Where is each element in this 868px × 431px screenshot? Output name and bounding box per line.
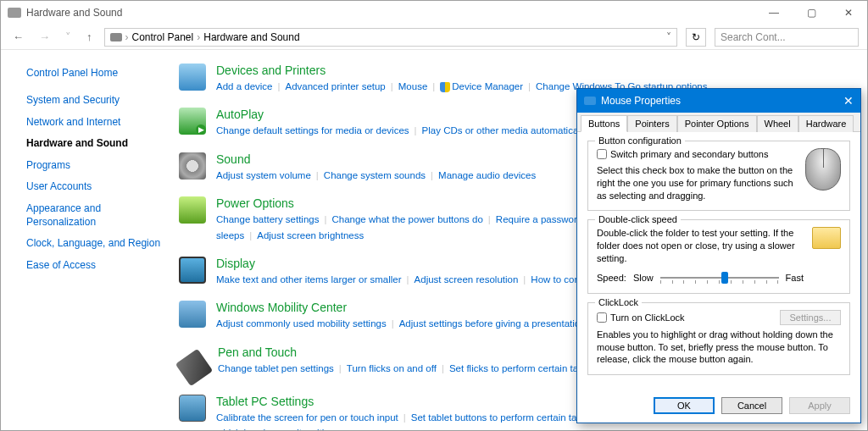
ok-button[interactable]: OK [654, 397, 715, 414]
dialog-tab[interactable]: Pointers [627, 115, 676, 132]
category-link[interactable]: Adjust system volume [216, 170, 311, 180]
sidebar-item[interactable]: Clock, Language, and Region [26, 237, 162, 251]
clicklock-desc: Enables you to highlight or drag without… [597, 329, 841, 367]
mouse-properties-dialog: Mouse Properties ✕ ButtonsPointersPointe… [576, 88, 861, 423]
category-link[interactable]: Adjust screen resolution [415, 274, 519, 285]
sidebar-item[interactable]: User Accounts [26, 180, 162, 194]
category-icon [179, 301, 206, 328]
navbar: ← → ˅ ↑ › Control Panel › Hardware and S… [1, 25, 867, 50]
category-link[interactable]: Change system sounds [324, 170, 426, 180]
category-icon [179, 257, 206, 284]
window-title: Hardware and Sound [26, 7, 122, 19]
sidebar: Control Panel Home System and SecurityNe… [1, 50, 170, 430]
category-title[interactable]: Devices and Printers [216, 64, 850, 77]
dialog-tab[interactable]: Wheel [757, 115, 798, 132]
switch-buttons-checkbox[interactable]: Switch primary and secondary buttons [597, 148, 797, 161]
address-icon [110, 33, 122, 41]
refresh-button[interactable]: ↻ [686, 28, 706, 47]
sidebar-item[interactable]: Ease of Access [26, 259, 162, 273]
shield-icon [440, 82, 450, 92]
sidebar-item[interactable]: Programs [26, 159, 162, 173]
titlebar: Hardware and Sound — ▢ ✕ [1, 1, 867, 25]
dialog-tabs: ButtonsPointersPointer OptionsWheelHardw… [577, 113, 860, 132]
category-icon [175, 348, 214, 386]
address-bar[interactable]: › Control Panel › Hardware and Sound ˅ [104, 28, 678, 47]
back-button[interactable]: ← [9, 29, 27, 45]
category-icon [179, 152, 206, 180]
dialog-titlebar: Mouse Properties ✕ [577, 89, 860, 113]
clicklock-settings-button: Settings... [780, 310, 841, 325]
recent-menu[interactable]: ˅ [62, 29, 75, 45]
cancel-button[interactable]: Cancel [721, 397, 782, 414]
category-link[interactable]: Set flicks to perform certain tasks [449, 363, 593, 373]
control-panel-home-link[interactable]: Control Panel Home [26, 67, 162, 79]
address-dropdown-icon[interactable]: ˅ [666, 31, 671, 43]
category-icon [179, 64, 206, 91]
maximize-button[interactable]: ▢ [793, 1, 830, 25]
sidebar-item[interactable]: System and Security [26, 94, 162, 108]
dialog-tab[interactable]: Hardware [798, 115, 854, 132]
dialog-close-button[interactable]: ✕ [843, 94, 854, 108]
category-link[interactable]: Change tablet pen settings [218, 363, 334, 373]
close-button[interactable]: ✕ [830, 1, 867, 25]
category-link[interactable]: Change battery settings [216, 214, 319, 224]
category-link[interactable]: Device Manager [452, 81, 523, 91]
dialog-tab[interactable]: Pointer Options [677, 115, 757, 132]
up-button[interactable]: ↑ [83, 29, 96, 45]
search-input[interactable]: Search Cont... [715, 28, 859, 47]
double-click-speed-group: Double-click speed Double-click the fold… [587, 219, 850, 293]
category-link[interactable]: Adjust screen brightness [257, 230, 364, 240]
sidebar-item[interactable]: Hardware and Sound [26, 137, 162, 151]
breadcrumb-item[interactable]: Hardware and Sound [203, 31, 299, 43]
category-link[interactable]: Set tablet buttons to perform certain ta… [411, 412, 592, 423]
category-link[interactable]: Add a device [216, 81, 273, 91]
category-link[interactable]: Manage audio devices [438, 170, 536, 180]
test-folder-icon[interactable] [812, 227, 841, 249]
double-click-speed-slider[interactable] [660, 277, 779, 279]
dialog-tab[interactable]: Buttons [581, 115, 627, 132]
category-icon [179, 196, 206, 224]
category-link[interactable]: Calibrate the screen for pen or touch in… [216, 412, 398, 423]
category-link[interactable]: Mouse [398, 81, 428, 91]
category-link[interactable]: Change what the power buttons do [331, 214, 482, 224]
category-link[interactable]: Turn flicks on and off [347, 363, 437, 373]
clicklock-checkbox[interactable]: Turn on ClickLock [597, 312, 685, 323]
mouse-icon [584, 97, 596, 105]
apply-button[interactable]: Apply [789, 397, 850, 414]
category-icon [179, 395, 206, 422]
control-panel-icon [8, 8, 21, 18]
forward-button[interactable]: → [36, 29, 53, 45]
category-link[interactable]: Adjust commonly used mobility settings [216, 318, 387, 329]
category-link[interactable]: Play CDs or other media automatically [422, 125, 588, 135]
breadcrumb-item[interactable]: Control Panel [132, 31, 194, 43]
sidebar-item[interactable]: Network and Internet [26, 116, 162, 130]
category-link[interactable]: Make text and other items larger or smal… [216, 274, 402, 285]
sidebar-item[interactable]: Appearance and Personalization [26, 202, 162, 229]
category-link[interactable]: Advanced printer setup [286, 81, 386, 91]
mouse-illustration [805, 148, 841, 191]
button-config-desc: Select this check box to make the button… [597, 164, 797, 202]
clicklock-group: ClickLock Turn on ClickLock Settings... … [587, 302, 850, 376]
dialog-title: Mouse Properties [601, 95, 681, 107]
category-link[interactable]: Adjust settings before giving a presenta… [399, 318, 586, 329]
category-link[interactable]: Change default settings for media or dev… [216, 125, 409, 135]
category-icon [179, 108, 206, 135]
minimize-button[interactable]: — [755, 1, 793, 25]
button-configuration-group: Button configuration Switch primary and … [587, 141, 850, 211]
double-click-desc: Double-click the folder to test your set… [597, 227, 804, 265]
